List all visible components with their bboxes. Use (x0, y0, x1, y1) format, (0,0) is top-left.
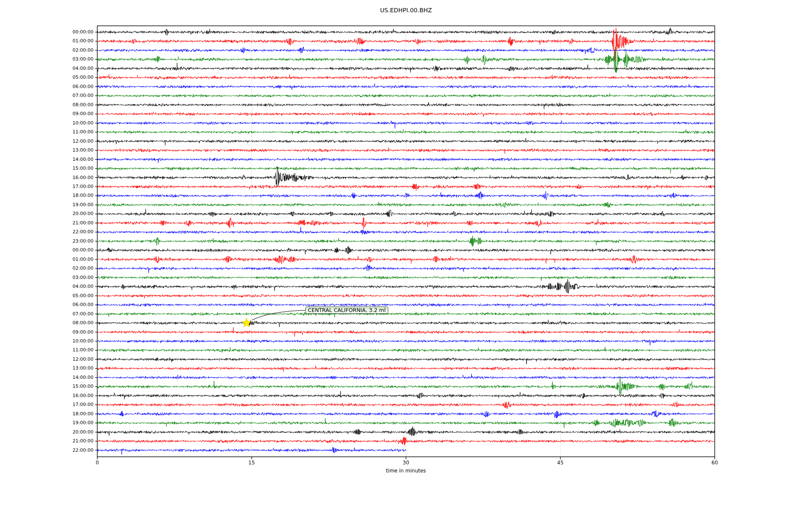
trace-time-label: 16:00:00 (60, 393, 93, 399)
trace-time-label: 11:00:00 (60, 347, 93, 353)
annotation-arrow-and-star (239, 304, 311, 329)
trace-time-label: 19:00:00 (60, 420, 93, 426)
x-tick-label: 0 (85, 460, 109, 466)
trace-time-label: 11:00:00 (60, 129, 93, 135)
event-annotation-box: CENTRAL CALIFORNIA, 3.2 ml (305, 306, 388, 314)
trace-time-label: 13:00:00 (60, 147, 93, 153)
trace-time-label: 16:00:00 (60, 175, 93, 181)
plot-title: US.EDHPI.00.BHZ (0, 7, 812, 14)
annotation-arrow-line (252, 310, 305, 320)
trace-time-label: 15:00:00 (60, 384, 93, 389)
trace-time-label: 07:00:00 (60, 93, 93, 99)
trace-time-label: 04:00:00 (60, 284, 93, 290)
x-tick-label: 60 (703, 460, 727, 466)
trace-time-label: 04:00:00 (60, 66, 93, 72)
trace-time-label: 13:00:00 (60, 365, 93, 371)
trace-time-label: 12:00:00 (60, 138, 93, 144)
seismogram-figure: US.EDHPI.00.BHZ 00:00:0001:00:0002:00:00… (0, 0, 812, 508)
trace-time-label: 07:00:00 (60, 311, 93, 317)
trace-time-label: 18:00:00 (60, 193, 93, 199)
trace-time-label: 01:00:00 (60, 257, 93, 262)
trace-time-label: 09:00:00 (60, 111, 93, 117)
trace-time-label: 15:00:00 (60, 166, 93, 171)
x-tick-label: 15 (240, 460, 263, 466)
trace-time-label: 20:00:00 (60, 429, 93, 435)
trace-time-label: 18:00:00 (60, 411, 93, 417)
trace-time-label: 02:00:00 (60, 47, 93, 53)
trace-time-label: 08:00:00 (60, 102, 93, 108)
trace-time-label: 21:00:00 (60, 220, 93, 226)
trace-time-label: 00:00:00 (60, 29, 93, 35)
trace-time-label: 03:00:00 (60, 275, 93, 281)
trace-time-label: 21:00:00 (60, 438, 93, 444)
trace-time-label: 09:00:00 (60, 329, 93, 335)
trace-time-label: 14:00:00 (60, 375, 93, 381)
trace-time-label: 14:00:00 (60, 157, 93, 163)
trace-time-label: 10:00:00 (60, 120, 93, 126)
x-tick-label: 45 (549, 460, 572, 466)
x-tick-label: 30 (394, 460, 418, 466)
trace-time-label: 22:00:00 (60, 447, 93, 453)
trace-time-label: 23:00:00 (60, 238, 93, 244)
trace-time-label: 10:00:00 (60, 338, 93, 344)
event-star-marker (242, 318, 252, 327)
x-axis-label: time in minutes (0, 468, 812, 474)
trace-time-label: 22:00:00 (60, 229, 93, 235)
trace-time-label: 20:00:00 (60, 211, 93, 217)
trace-time-label: 02:00:00 (60, 265, 93, 271)
trace-time-label: 12:00:00 (60, 356, 93, 362)
trace-time-label: 01:00:00 (60, 38, 93, 44)
trace-time-label: 17:00:00 (60, 402, 93, 408)
trace-time-label: 03:00:00 (60, 56, 93, 62)
trace-time-label: 19:00:00 (60, 202, 93, 208)
seismogram-canvas (0, 0, 812, 508)
trace-time-label: 05:00:00 (60, 75, 93, 80)
event-annotation-text: CENTRAL CALIFORNIA, 3.2 ml (308, 307, 386, 313)
trace-time-label: 06:00:00 (60, 84, 93, 90)
trace-time-label: 17:00:00 (60, 184, 93, 190)
trace-time-label: 06:00:00 (60, 302, 93, 308)
trace-time-label: 00:00:00 (60, 247, 93, 253)
trace-time-label: 05:00:00 (60, 293, 93, 299)
trace-time-label: 08:00:00 (60, 320, 93, 326)
